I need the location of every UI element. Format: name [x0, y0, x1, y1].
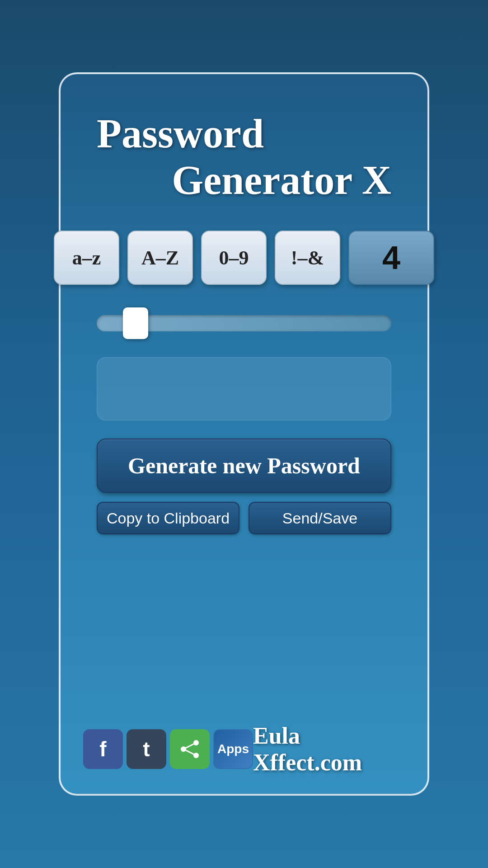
- title-line1: Password: [97, 110, 391, 157]
- password-output: [97, 357, 391, 420]
- charset-AZ-button[interactable]: A–Z: [127, 231, 193, 285]
- action-buttons-row: Copy to Clipboard Send/Save: [97, 502, 391, 534]
- count-display[interactable]: 4: [348, 231, 434, 285]
- social-links: f t Apps: [83, 729, 253, 769]
- charset-09-button[interactable]: 0–9: [201, 231, 267, 285]
- facebook-button[interactable]: f: [83, 729, 123, 769]
- main-card: Password Generator X a–z A–Z 0–9 !–& 4 G…: [59, 72, 429, 796]
- charset-az-button[interactable]: a–z: [54, 231, 119, 285]
- send-save-button[interactable]: Send/Save: [249, 502, 391, 534]
- length-slider-container: [97, 307, 391, 339]
- apps-button[interactable]: Apps: [213, 729, 253, 769]
- share-icon: [180, 739, 200, 759]
- share-button[interactable]: [170, 729, 210, 769]
- tumblr-button[interactable]: t: [127, 729, 166, 769]
- svg-line-3: [183, 743, 196, 749]
- generate-button[interactable]: Generate new Password: [97, 439, 391, 493]
- charset-options: a–z A–Z 0–9 !–& 4: [54, 231, 434, 285]
- svg-line-4: [183, 749, 196, 755]
- app-title: Password Generator X: [97, 110, 391, 203]
- copy-clipboard-button[interactable]: Copy to Clipboard: [97, 502, 239, 534]
- brand-label: Eula Xffect.com: [253, 722, 405, 776]
- length-slider[interactable]: [97, 315, 391, 331]
- title-line2: Generator X: [97, 157, 391, 203]
- footer: f t Apps Eula Xffect.com: [83, 722, 405, 776]
- charset-special-button[interactable]: !–&: [275, 231, 340, 285]
